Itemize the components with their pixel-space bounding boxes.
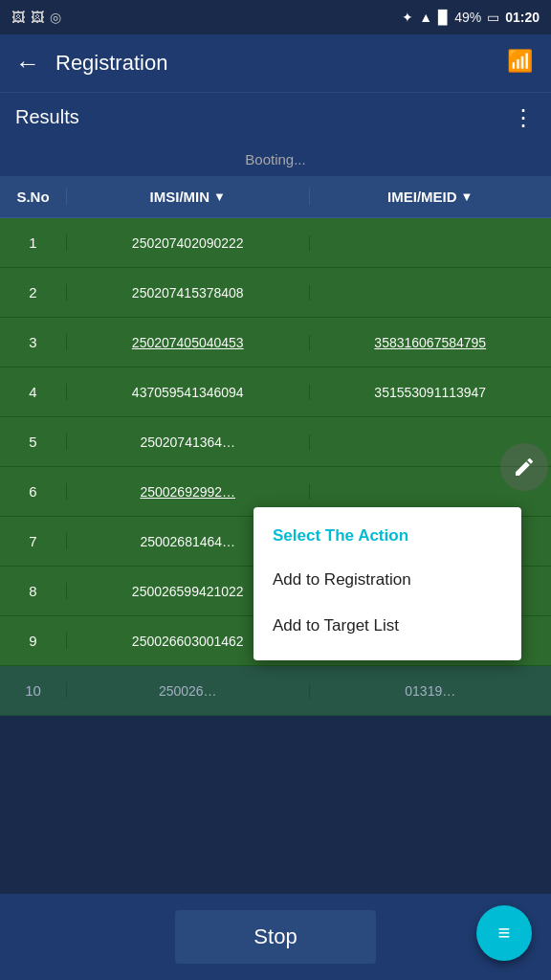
add-to-target-list-item[interactable]: Add to Target List — [253, 603, 521, 649]
add-to-registration-item[interactable]: Add to Registration — [253, 557, 521, 603]
context-menu: Select The Action Add to Registration Ad… — [253, 507, 521, 660]
overlay[interactable]: Select The Action Add to Registration Ad… — [0, 0, 551, 980]
context-menu-title: Select The Action — [253, 519, 521, 557]
